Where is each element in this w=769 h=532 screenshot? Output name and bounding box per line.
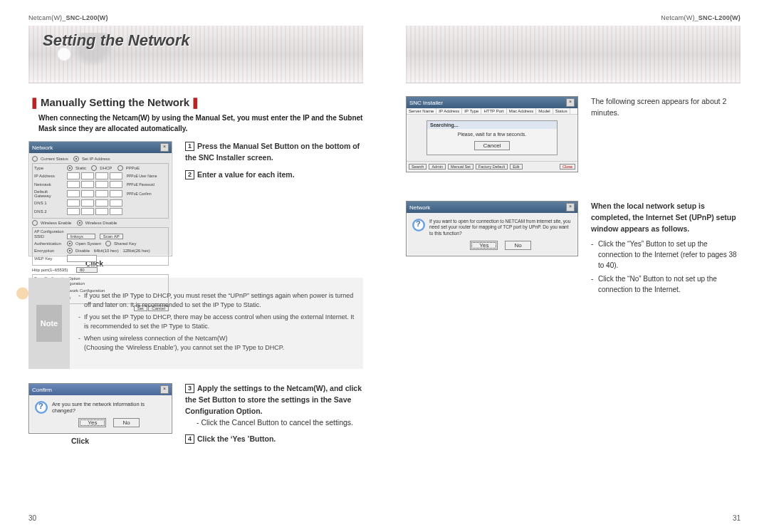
mascot-icon [13,283,37,312]
close-icon: × [160,385,169,394]
chapter-banner-right [406,26,741,83]
close-icon: × [566,98,575,107]
step-3: 3Apply the settings to the Netcam(W), an… [185,383,363,428]
upnp-tip-no: Click the “No” Button to not set up the … [591,273,741,295]
upnp-intro: When the local network setup is complete… [591,201,741,234]
question-icon [35,401,48,414]
no-button[interactable]: No [505,241,530,250]
step-4: 4Click the ‘Yes ’Button. [185,434,363,445]
close-icon: × [566,203,575,212]
yes-button[interactable]: Yes [470,241,498,250]
step-1: 1Press the Manual Set Button on the bott… [185,141,363,164]
section-intro: When connecting the Netcam(W) by using t… [28,113,363,134]
note-label: Note [36,305,62,342]
upnp-tip-yes: Click the “Yes” Button to set up the con… [591,239,741,271]
chapter-title: Setting the Network [43,31,190,50]
question-icon [412,219,425,231]
upnp-dialog-screenshot: Network× If you want to open for connect… [406,201,578,256]
searching-screenshot: SNC Installer× Server NameIP AddressIP T… [406,96,578,172]
step-2: 2Enter a value for each item. [185,169,363,181]
click-label-2: Click [71,437,172,445]
note-block: Note If you set the IP Type to DHCP, you… [28,278,363,369]
chapter-banner: Setting the Network [28,26,363,83]
section-title: ❚Manually Setting the Network❚ [28,96,363,109]
header-right: Netcam(W)_SNC-L200(W) [406,14,741,21]
page-number-right: 31 [733,514,741,522]
header-left: Netcam(W)_SNC-L200(W) [28,14,363,21]
search-caption: The following screen appears for about 2… [591,96,741,119]
cancel-button[interactable]: Cancel [474,141,511,150]
no-button[interactable]: No [113,418,139,427]
page-number-left: 30 [28,514,36,522]
network-config-screenshot: Network× Current Status Set IP Address T… [28,141,172,268]
confirm-screenshot: Confirm× Are you sure the network inform… [28,383,172,451]
yes-button[interactable]: Yes [78,418,106,427]
close-icon: × [160,143,169,152]
